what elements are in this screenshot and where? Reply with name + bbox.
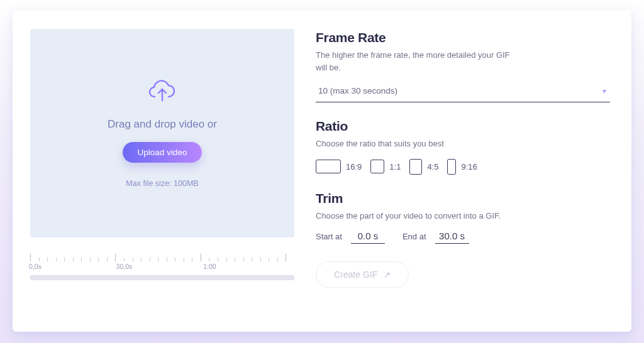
frame-rate-select[interactable]: 10 (max 30 seconds) ▾ [316,82,610,102]
arrow-up-right-icon: ↗ [384,270,391,280]
create-gif-button[interactable]: Create GIF ↗ [316,261,409,288]
timeline-label-1: 30,0s [116,263,133,270]
drop-zone-text: Drag and drop video or [108,118,217,131]
trim-start-input[interactable]: 0.0 s [351,231,385,244]
ratio-label-16-9: 16:9 [346,162,362,172]
frame-rate-desc: The higher the frame rate, the more deta… [316,49,517,74]
trim-fields: Start at 0.0 s End at 30.0 s [316,231,610,244]
ratio-label-1-1: 1:1 [389,162,401,172]
trim-desc: Choose the part of your video to convert… [316,210,517,222]
trim-end-field: End at 30.0 s [402,231,469,244]
ratio-option-16-9[interactable]: 16:9 [316,160,362,173]
ratio-options: 16:9 1:1 4:5 9:16 [316,159,610,175]
ratio-heading: Ratio [316,119,610,134]
timeline: 0,0s 30,0s 1:00 [30,249,294,276]
timeline-label-0: 0,0s [29,263,42,270]
trim-end-input[interactable]: 30.0 s [435,231,469,244]
frame-rate-section: Frame Rate The higher the frame rate, th… [316,30,610,102]
left-column: Drag and drop video or Upload video Max … [30,29,294,313]
frame-rate-select-value: 10 (max 30 seconds) [318,86,397,95]
trim-section: Trim Choose the part of your video to co… [316,191,610,244]
ratio-option-1-1[interactable]: 1:1 [370,160,401,173]
upload-video-button[interactable]: Upload video [123,142,203,163]
ratio-desc: Choose the ratio that suits you best [316,138,517,150]
timeline-labels: 0,0s 30,0s 1:00 [30,263,294,273]
ratio-swatch-1-1 [370,160,384,173]
ratio-swatch-9-16 [447,159,456,175]
ratio-swatch-16-9 [316,160,341,173]
trim-end-label: End at [402,232,426,241]
upload-video-button-label: Upload video [138,148,187,157]
chevron-down-icon: ▾ [602,87,606,95]
trim-start-field: Start at 0.0 s [316,231,385,244]
timeline-track[interactable] [30,275,294,280]
right-column: Frame Rate The higher the frame rate, th… [316,29,610,313]
trim-start-label: Start at [316,232,342,241]
video-drop-zone[interactable]: Drag and drop video or Upload video Max … [30,29,294,237]
ratio-option-9-16[interactable]: 9:16 [447,159,477,175]
main-card: Drag and drop video or Upload video Max … [13,10,631,332]
ratio-section: Ratio Choose the ratio that suits you be… [316,119,610,175]
ratio-label-4-5: 4:5 [427,162,438,172]
timeline-ruler [30,249,294,261]
trim-heading: Trim [316,191,610,206]
timeline-label-2: 1:00 [203,263,216,270]
cloud-upload-icon [148,79,176,107]
ratio-label-9-16: 9:16 [461,162,477,172]
ratio-option-4-5[interactable]: 4:5 [409,159,438,175]
max-file-size-text: Max file size: 100MB [126,179,198,188]
page-background: Drag and drop video or Upload video Max … [0,0,644,343]
ratio-swatch-4-5 [409,159,422,175]
frame-rate-heading: Frame Rate [316,30,610,45]
create-gif-button-label: Create GIF [334,270,377,280]
